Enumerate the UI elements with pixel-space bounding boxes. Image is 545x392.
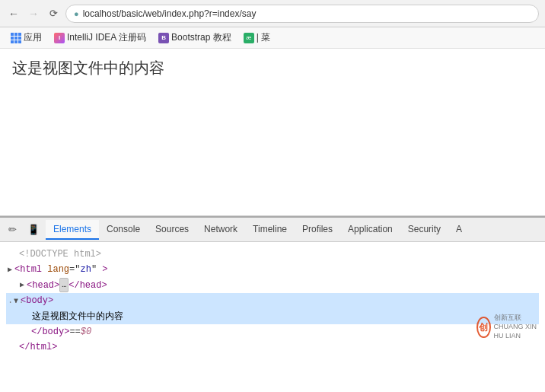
watermark-inner: 创 创新互联 CHUANG XIN HU LIAN — [476, 314, 537, 340]
page-content: 这是视图文件中的内容 — [0, 49, 545, 216]
tab-application[interactable]: Application — [340, 220, 400, 240]
watermark-text-block: 创新互联 CHUANG XIN HU LIAN — [494, 314, 537, 340]
tab-more[interactable]: A — [448, 220, 470, 240]
wx-icon: æ — [244, 33, 254, 43]
bootstrap-icon: B — [158, 33, 169, 43]
forward-button[interactable]: → — [26, 6, 41, 21]
code-line-body-close: </body> == $0 — [6, 324, 539, 339]
intellij-icon: I — [54, 33, 65, 43]
watermark-logo-icon: 创 — [476, 317, 491, 338]
tab-elements[interactable]: Elements — [46, 220, 99, 240]
watermark-text-cn: 创新互联 — [494, 314, 537, 323]
page-main-text: 这是视图文件中的内容 — [12, 58, 533, 78]
tab-console[interactable]: Console — [99, 220, 148, 240]
devtools-inspect-icon[interactable]: ✏ — [3, 221, 21, 239]
ellipsis-head[interactable]: … — [59, 278, 69, 292]
bookmark-wx[interactable]: æ | 菜 — [239, 30, 275, 46]
html-close-tag: </html> — [19, 339, 57, 355]
arrow-body[interactable]: ▼ — [14, 295, 18, 308]
devtools-mobile-icon[interactable]: 📱 — [24, 221, 43, 239]
body-text-content: 这是视图文件中的内容 — [32, 309, 123, 324]
doctype-tag: <!DOCTYPE html> — [19, 247, 101, 262]
secure-icon: ● — [74, 9, 79, 18]
arrow-html[interactable]: ▶ — [8, 263, 12, 276]
arrow-head[interactable]: ▶ — [20, 279, 24, 292]
bookmark-intellij[interactable]: I IntelliJ IDEA 注册码 — [49, 30, 151, 46]
address-text: localhost/basic/web/index.php?r=index/sa… — [83, 8, 257, 19]
code-line-html: ▶ <html lang="zh" > — [6, 262, 539, 277]
watermark: 创 创新互联 CHUANG XIN HU LIAN — [476, 312, 537, 343]
address-bar[interactable]: ● localhost/basic/web/index.php?r=index/… — [65, 5, 539, 23]
bookmark-bootstrap-label: Bootstrap 教程 — [171, 31, 231, 44]
code-line-html-close: </html> — [6, 339, 539, 355]
tab-timeline[interactable]: Timeline — [245, 220, 295, 240]
reload-button[interactable]: ⟳ — [46, 6, 61, 21]
code-line-body-text: 这是视图文件中的内容 — [6, 309, 539, 324]
body-close-tag: </body> — [31, 324, 69, 339]
code-line-head: ▶ <head> … </head> — [6, 278, 539, 293]
back-button[interactable]: ← — [6, 6, 21, 21]
bookmark-intellij-label: IntelliJ IDEA 注册码 — [67, 31, 146, 44]
bookmarks-bar: 应用 I IntelliJ IDEA 注册码 B Bootstrap 教程 æ … — [0, 27, 545, 49]
body-open-tag: <body> — [21, 293, 53, 308]
devtools-tabs-bar: ✏ 📱 Elements Console Sources Network Tim… — [0, 218, 545, 242]
html-open-tag: <html lang="zh" > — [14, 262, 107, 277]
bookmark-apps-label: 应用 — [24, 31, 42, 44]
address-path: /basic/web/index.php?r=index/say — [119, 8, 256, 19]
dollar-zero: $0 — [81, 324, 91, 339]
head-close-tag: </head> — [69, 278, 107, 293]
devtools-panel: ✏ 📱 Elements Console Sources Network Tim… — [0, 216, 545, 376]
tab-sources[interactable]: Sources — [148, 220, 196, 240]
bookmark-wx-label: | 菜 — [257, 31, 270, 44]
watermark-text-en: CHUANG XIN HU LIAN — [494, 323, 537, 340]
indent1-body: ... — [8, 293, 14, 308]
tab-profiles[interactable]: Profiles — [295, 220, 340, 240]
head-open-tag: <head> — [27, 278, 59, 293]
apps-grid-icon — [11, 33, 21, 43]
equals-sign: == — [69, 324, 80, 339]
bookmark-bootstrap[interactable]: B Bootstrap 教程 — [154, 30, 236, 46]
code-line-body-open: ... ▼ <body> — [6, 293, 539, 308]
devtools-code-panel: <!DOCTYPE html> ▶ <html lang="zh" > ▶ <h… — [0, 242, 545, 376]
bookmark-apps[interactable]: 应用 — [6, 30, 46, 46]
code-line-doctype: <!DOCTYPE html> — [6, 247, 539, 262]
browser-toolbar: ← → ⟳ ● localhost/basic/web/index.php?r=… — [0, 0, 545, 27]
tab-security[interactable]: Security — [400, 220, 448, 240]
tab-network[interactable]: Network — [196, 220, 245, 240]
